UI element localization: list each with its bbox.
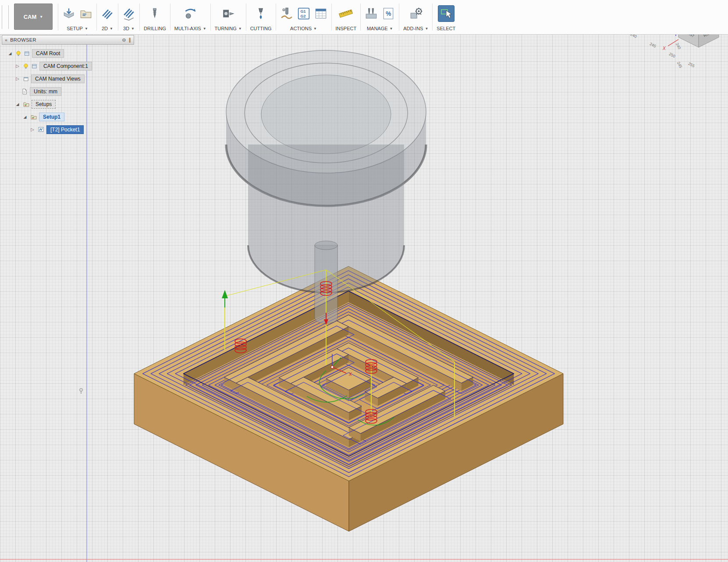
browser-row-label[interactable]: Setups	[32, 100, 56, 109]
toolbar-group-cutting[interactable]: CUTTING	[246, 0, 276, 34]
expander-collapsed-icon[interactable]: ▷	[29, 127, 36, 132]
main-toolbar: CAM ▼ SETUP▼	[0, 0, 728, 35]
toolbar-group-label: INSPECT	[336, 26, 357, 33]
browser-row-label[interactable]: CAM Root	[32, 49, 64, 58]
new-folder-icon[interactable]	[79, 7, 92, 21]
dropdown-caret: ▼	[390, 27, 393, 31]
cam-workspace: { "app": { "workspace_button_label": "CA…	[0, 0, 728, 562]
toolbar-group-label: MANAGE▼	[367, 26, 393, 33]
browser-row-label[interactable]: [T2] Pocket1	[46, 125, 84, 134]
expander-expanded-icon[interactable]: ◢	[7, 51, 13, 56]
dropdown-caret: ▼	[203, 27, 206, 31]
toolbar-group-label: TURNING▼	[215, 26, 242, 33]
svg-text:%: %	[386, 10, 391, 17]
expander-expanded-icon[interactable]: ◢	[22, 115, 28, 119]
browser-row-label[interactable]: Units: mm	[30, 87, 61, 96]
add-ins-icon[interactable]	[409, 7, 423, 21]
setup-icon	[30, 113, 37, 120]
visibility-bulb-icon[interactable]	[15, 50, 21, 57]
toolbar-group-multi-axis[interactable]: MULTI-AXIS▼	[170, 0, 210, 34]
svg-text:G1: G1	[300, 9, 305, 14]
panel-resize-icon[interactable]: ∥	[129, 37, 131, 43]
toolbar-group-manage[interactable]: % MANAGE▼	[361, 0, 399, 34]
x-axis-line	[668, 39, 678, 46]
browser-row-label[interactable]: CAM Component:1	[39, 62, 92, 71]
grid-pin-icon[interactable]	[78, 387, 84, 395]
browser-row-pocket1-operation[interactable]: ▷ [T2] Pocket1	[2, 123, 134, 136]
toolbar-group-select[interactable]: SELECT	[433, 0, 459, 34]
toolbar-group-2d[interactable]: 2D▼	[97, 0, 118, 34]
pocket-operation-icon	[38, 126, 44, 133]
workspace-switcher-label: CAM	[24, 14, 37, 20]
toolbar-group-label: MULTI-AXIS▼	[174, 26, 206, 33]
units-document-icon	[21, 88, 28, 95]
component-icon	[24, 50, 30, 57]
toolbar-group-label: 3D▼	[123, 26, 135, 33]
browser-tree: ◢ CAM Root ▷ CAM Component:1	[2, 45, 134, 136]
2d-strategy-icon[interactable]	[101, 7, 114, 21]
toolbar-group-label: ACTIONS▼	[290, 26, 317, 33]
toolbar-group-actions[interactable]: G1 G2 ACTIONS▼	[276, 0, 331, 34]
toolbar-group-turning[interactable]: TURNING▼	[211, 0, 246, 34]
browser-row-setup1[interactable]: ◢ Setup1	[2, 110, 134, 123]
setup-sheet-icon[interactable]	[314, 7, 327, 21]
dropdown-caret: ▼	[131, 27, 135, 31]
toolbar-group-label: DRILLING	[144, 26, 166, 33]
workspace-switcher-button[interactable]: CAM ▼	[14, 4, 53, 30]
toolbar-group-label: SELECT	[437, 26, 455, 33]
multi-axis-icon[interactable]	[184, 7, 197, 21]
expander-collapsed-icon[interactable]: ▷	[14, 64, 21, 68]
browser-panel: « BROWSER ⊖ ∥ ◢ CAM Root ▷	[2, 35, 134, 136]
toolbar-group-setup[interactable]: SETUP▼	[58, 0, 96, 34]
dropdown-caret: ▼	[39, 15, 43, 19]
feeds-speeds-icon[interactable]: %	[382, 7, 395, 21]
toolbar-group-drilling[interactable]: DRILLING	[140, 0, 170, 34]
collapse-panel-icon[interactable]: «	[5, 37, 7, 42]
expander-expanded-icon[interactable]: ◢	[14, 102, 21, 106]
browser-row-setups[interactable]: ◢ Setups	[2, 98, 134, 110]
drilling-icon[interactable]	[148, 7, 161, 21]
3d-strategy-icon[interactable]	[122, 7, 135, 21]
dropdown-caret: ▼	[313, 27, 317, 31]
select-cursor-icon[interactable]	[440, 7, 453, 20]
measure-icon[interactable]	[338, 7, 353, 21]
dropdown-caret: ▼	[238, 27, 242, 31]
browser-row-named-views[interactable]: ▷ CAM Named Views	[2, 72, 134, 85]
dropdown-caret: ▼	[110, 27, 113, 31]
setups-folder-icon	[23, 101, 29, 107]
visibility-bulb-icon[interactable]	[23, 63, 29, 69]
svg-text:G2: G2	[300, 14, 305, 18]
browser-row-label[interactable]: Setup1	[39, 113, 64, 121]
tool-library-icon[interactable]	[365, 7, 378, 21]
toolbar-group-label: SETUP▼	[67, 26, 88, 33]
toolbar-group-label: 2D▼	[102, 26, 113, 33]
toolbar-group-add-ins[interactable]: ADD-INS▼	[399, 0, 432, 34]
browser-panel-header[interactable]: « BROWSER ⊖ ∥	[2, 35, 134, 45]
turning-icon[interactable]	[222, 7, 235, 21]
toolbar-group-label: ADD-INS▼	[403, 26, 428, 33]
cutting-icon[interactable]	[254, 7, 267, 21]
simulate-icon[interactable]	[280, 7, 293, 21]
named-views-icon	[23, 76, 29, 82]
expander-collapsed-icon[interactable]: ▷	[14, 76, 21, 81]
browser-row-units[interactable]: Units: mm	[2, 85, 134, 98]
toolbar-drag-handle[interactable]	[2, 5, 9, 29]
browser-row-label[interactable]: CAM Named Views	[31, 74, 85, 83]
toolbar-group-inspect[interactable]: INSPECT	[332, 0, 361, 34]
browser-panel-title: BROWSER	[10, 37, 119, 42]
browser-row-cam-root[interactable]: ◢ CAM Root	[2, 47, 134, 60]
new-setup-icon[interactable]	[62, 7, 75, 21]
collapse-all-icon[interactable]: ⊖	[122, 37, 126, 43]
dropdown-caret: ▼	[425, 27, 428, 31]
dropdown-caret: ▼	[85, 27, 88, 31]
select-tool-active-box[interactable]	[438, 5, 455, 22]
svg-text:X: X	[348, 372, 352, 377]
post-process-icon[interactable]: G1 G2	[297, 7, 310, 21]
component-icon	[31, 63, 37, 69]
toolbar-group-label: CUTTING	[250, 26, 272, 33]
browser-row-cam-component[interactable]: ▷ CAM Component:1	[2, 60, 134, 72]
toolbar-group-3d[interactable]: 3D▼	[118, 0, 139, 34]
x-axis-label: X	[662, 46, 666, 51]
